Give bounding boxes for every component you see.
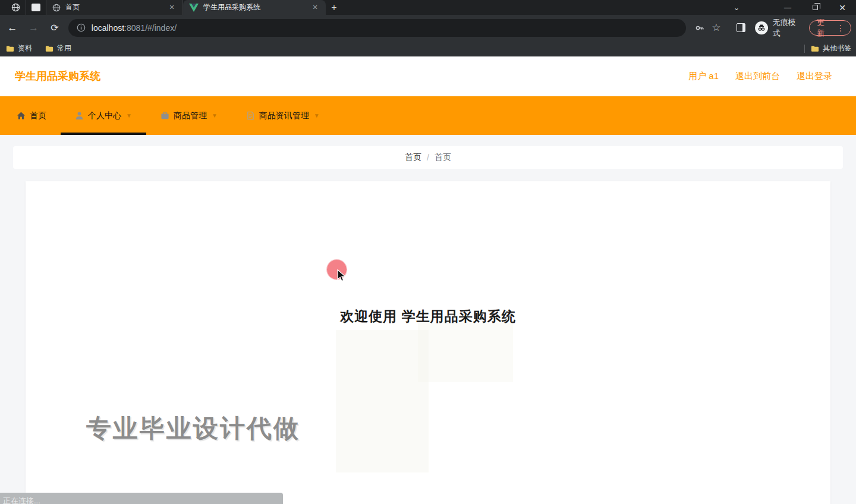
close-button[interactable]: ✕ bbox=[829, 0, 856, 15]
logout-link[interactable]: 退出登录 bbox=[797, 71, 832, 82]
nav-label: 个人中心 bbox=[88, 111, 121, 121]
tab-strip: 首页 ✕ 学生用品采购系统 ✕ + ⌄ — ✕ bbox=[0, 0, 856, 15]
ghost-artifact bbox=[418, 323, 513, 382]
incognito-label: 无痕模式 bbox=[773, 17, 803, 39]
nav-item-personal-center[interactable]: 个人中心 ▼ bbox=[61, 96, 146, 135]
back-button[interactable]: ← bbox=[4, 19, 21, 37]
doc-icon bbox=[246, 111, 255, 120]
update-label: 更新 bbox=[817, 17, 832, 39]
main-card: 欢迎使用 学生用品采购系统 专业毕业设计代做 bbox=[26, 181, 830, 504]
breadcrumb-item-current: 首页 bbox=[435, 152, 451, 163]
update-chip[interactable]: 更新 ⋮ bbox=[809, 20, 851, 36]
nav-label: 商品资讯管理 bbox=[259, 111, 309, 121]
breadcrumb-separator: / bbox=[427, 153, 429, 162]
bookmark-label: 资料 bbox=[18, 43, 32, 53]
other-bookmarks[interactable]: 其他书签 bbox=[804, 40, 851, 56]
box-icon bbox=[160, 111, 169, 120]
tab-title: 首页 bbox=[65, 2, 162, 12]
address-bar[interactable]: localhost:8081/#/index/ bbox=[68, 19, 686, 37]
side-panel-icon[interactable] bbox=[733, 20, 750, 36]
toolbar-icons: ☆ 无痕模式 更新 ⋮ bbox=[692, 17, 856, 39]
folder-icon bbox=[811, 45, 819, 52]
tab-home[interactable]: 首页 ✕ bbox=[46, 0, 183, 15]
mouse-cursor-icon bbox=[337, 269, 350, 284]
menu-dots-icon[interactable]: ⋮ bbox=[834, 23, 847, 33]
tab-title: 学生用品采购系统 bbox=[203, 2, 306, 12]
url-host: localhost bbox=[92, 23, 124, 33]
other-bookmarks-label: 其他书签 bbox=[823, 43, 851, 53]
close-tab-icon[interactable]: ✕ bbox=[310, 3, 320, 12]
chevron-down-icon: ▼ bbox=[212, 112, 218, 119]
chevron-down-icon: ▼ bbox=[314, 112, 320, 119]
ghost-artifact bbox=[336, 330, 429, 472]
divider bbox=[804, 45, 805, 53]
tab-app[interactable]: 学生用品采购系统 ✕ bbox=[183, 0, 326, 15]
window-controls: — ✕ bbox=[774, 0, 856, 15]
vue-favicon-icon bbox=[189, 4, 199, 12]
browser-toolbar: ← → ⟳ localhost:8081/#/index/ ☆ 无痕模式 更新 … bbox=[0, 15, 856, 40]
globe-icon[interactable] bbox=[6, 0, 26, 15]
bookmark-label: 常用 bbox=[57, 43, 71, 53]
main-nav: 首页 个人中心 ▼ 商品管理 ▼ 商品资讯管理 ▼ bbox=[0, 96, 856, 135]
minimize-button[interactable]: — bbox=[774, 0, 801, 15]
globe-favicon-icon bbox=[52, 4, 61, 12]
bookmark-star-icon[interactable]: ☆ bbox=[708, 20, 725, 36]
breadcrumb-item-home[interactable]: 首页 bbox=[405, 152, 421, 163]
browser-window: 首页 ✕ 学生用品采购系统 ✕ + ⌄ — ✕ ← → ⟳ localhost:… bbox=[0, 0, 856, 504]
forward-button[interactable]: → bbox=[25, 19, 43, 37]
passwords-key-icon[interactable] bbox=[692, 20, 709, 36]
reload-button[interactable]: ⟳ bbox=[46, 19, 64, 37]
url-path: :8081/#/index/ bbox=[124, 23, 177, 33]
nav-label: 商品管理 bbox=[174, 111, 207, 121]
app-title: 学生用品采购系统 bbox=[15, 69, 100, 83]
status-bubble: 正在连接... bbox=[0, 493, 283, 504]
nav-label: 首页 bbox=[30, 111, 46, 121]
chevron-down-icon: ▼ bbox=[126, 112, 132, 119]
welcome-heading: 欢迎使用 学生用品采购系统 bbox=[26, 307, 830, 326]
exit-to-front-link[interactable]: 退出到前台 bbox=[735, 71, 780, 82]
bookmark-folder[interactable]: 常用 bbox=[45, 43, 71, 53]
header-links: 用户 a1 退出到前台 退出登录 bbox=[688, 71, 832, 82]
user-link[interactable]: 用户 a1 bbox=[688, 71, 719, 82]
watermark-text: 专业毕业设计代做 bbox=[86, 412, 300, 445]
folder-icon bbox=[6, 45, 14, 52]
breadcrumb: 首页 / 首页 bbox=[13, 146, 843, 169]
bookmarks-bar: 资料 常用 其他书签 bbox=[0, 40, 856, 56]
restore-button[interactable] bbox=[801, 0, 829, 15]
close-tab-icon[interactable]: ✕ bbox=[167, 3, 177, 12]
info-icon[interactable] bbox=[77, 23, 86, 32]
bookmark-folder[interactable]: 资料 bbox=[6, 43, 32, 53]
home-icon bbox=[17, 111, 26, 120]
nav-item-product-news-mgmt[interactable]: 商品资讯管理 ▼ bbox=[232, 96, 334, 135]
page-content: 首页 / 首页 欢迎使用 学生用品采购系统 专业毕业设计代做 bbox=[0, 135, 856, 504]
status-text: 正在连接... bbox=[0, 493, 283, 504]
nav-item-product-mgmt[interactable]: 商品管理 ▼ bbox=[146, 96, 232, 135]
tab-search-chevron-icon[interactable]: ⌄ bbox=[728, 0, 745, 15]
folder-icon bbox=[45, 45, 54, 52]
app-header: 学生用品采购系统 用户 a1 退出到前台 退出登录 bbox=[0, 56, 856, 96]
window-icon[interactable] bbox=[26, 0, 46, 15]
pinned-icons bbox=[0, 0, 46, 15]
incognito-icon bbox=[755, 21, 768, 34]
user-icon bbox=[75, 111, 84, 120]
nav-item-home[interactable]: 首页 bbox=[2, 96, 61, 135]
new-tab-button[interactable]: + bbox=[326, 0, 342, 15]
